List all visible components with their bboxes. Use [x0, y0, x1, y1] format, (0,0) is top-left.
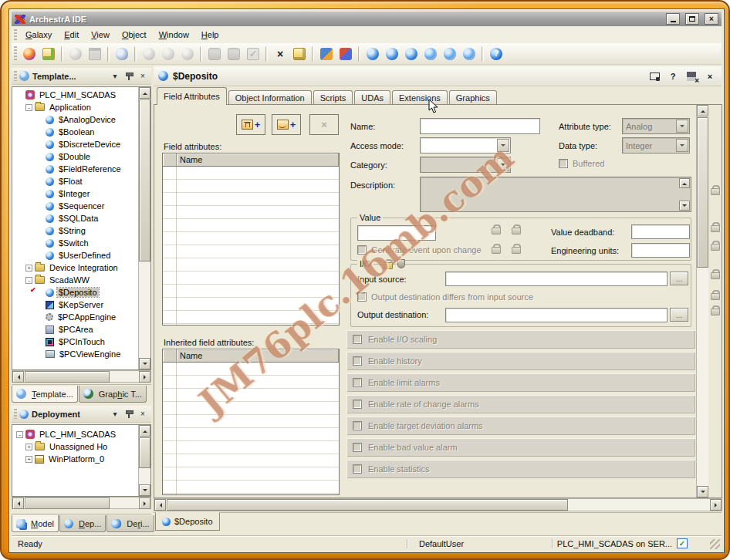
checkout-icon[interactable]	[160, 46, 177, 62]
tree-item[interactable]: ✔ $PCAppEngine	[13, 311, 137, 323]
lock-help-icon[interactable]	[492, 224, 501, 234]
output-destination-browse-button[interactable]: ...	[670, 308, 688, 322]
tree-item[interactable]: ✔ $PCArea	[13, 323, 137, 336]
input-source-browse-button[interactable]: ...	[670, 272, 688, 285]
find-object-icon[interactable]	[291, 46, 308, 62]
toolbar-button[interactable]	[134, 46, 137, 62]
buffered-checkbox[interactable]	[559, 159, 568, 168]
lock-icon[interactable]	[711, 290, 720, 299]
lock-icon[interactable]	[711, 185, 720, 194]
lock-icon[interactable]	[711, 269, 720, 278]
deployment-tree-hscrollbar[interactable]	[12, 497, 151, 509]
save-close-icon[interactable]	[684, 70, 698, 83]
generate-event-checkbox[interactable]	[357, 245, 367, 255]
tree-item[interactable]: ✔ $Double	[13, 150, 137, 163]
maximize-button[interactable]	[685, 13, 699, 25]
tree-item[interactable]: ✔ $Sequencer	[13, 200, 137, 212]
enable-checkbox[interactable]	[353, 400, 362, 409]
tab-model[interactable]: Model	[12, 515, 59, 532]
open-galaxy-icon[interactable]	[40, 46, 57, 62]
delete-icon[interactable]: ×	[272, 46, 289, 62]
template-tree-vscrollbar[interactable]	[138, 87, 150, 369]
access-mode-select[interactable]	[420, 137, 511, 153]
add-analog-attribute-button[interactable]: +	[272, 114, 301, 135]
enable-checkbox[interactable]	[353, 464, 362, 474]
enable-checkbox[interactable]	[353, 335, 362, 344]
tree-item-application[interactable]: - ✔ Application	[13, 101, 137, 113]
tree-item[interactable]: ✔ $UserDefined	[13, 249, 137, 261]
tree-item[interactable]: + ✔ WinPlatform_0	[13, 453, 137, 465]
engineering-units-input[interactable]	[631, 243, 690, 258]
undeploy-icon[interactable]	[225, 46, 242, 62]
tab-extensions[interactable]: Extensions	[392, 90, 448, 105]
panel-pin-icon[interactable]	[123, 71, 134, 82]
connect-icon[interactable]	[67, 46, 84, 62]
tree-item[interactable]: - ✔ ScadaWW	[13, 274, 137, 286]
enable-checkbox[interactable]	[353, 356, 362, 366]
tree-item[interactable]: ✔ $PCInTouch	[13, 336, 137, 348]
operations-view-icon[interactable]	[422, 46, 439, 62]
tree-item[interactable]: ✔ $SQLData	[13, 212, 137, 224]
toolbar-button[interactable]	[61, 46, 63, 62]
toolbar-button[interactable]	[200, 46, 202, 62]
lock-icon[interactable]	[711, 305, 720, 315]
lock-icon[interactable]	[711, 222, 720, 231]
lock-icon[interactable]	[711, 241, 720, 250]
deployment-tree-vscrollbar[interactable]	[138, 425, 150, 496]
output-destination-input[interactable]	[445, 308, 667, 322]
tree-item-deposito[interactable]: ✔ $Deposito	[13, 286, 137, 299]
enable-checkbox[interactable]	[353, 421, 362, 430]
tab-udas[interactable]: UDAs	[354, 90, 390, 105]
tree-item[interactable]: ✔ $Switch	[13, 237, 137, 249]
lock-event-icon[interactable]	[492, 244, 501, 253]
enable-checkbox[interactable]	[353, 378, 362, 387]
tree-item[interactable]: ✔ $KepServer	[13, 299, 137, 311]
minimize-button[interactable]	[666, 13, 680, 25]
tree-expander[interactable]: +	[25, 456, 32, 463]
toolbar-button[interactable]	[312, 46, 314, 62]
toolbar-button[interactable]	[107, 46, 110, 62]
status-connection-icon[interactable]: ✓	[677, 538, 688, 548]
delete-attribute-button[interactable]: ×	[309, 114, 339, 135]
description-textarea[interactable]	[420, 177, 691, 212]
deployment-panel-header[interactable]: Deployment ▾ ×	[12, 406, 151, 423]
tab-scripts[interactable]: Scripts	[313, 90, 353, 105]
input-source-input[interactable]	[445, 272, 667, 286]
editor-help-icon[interactable]: ?	[666, 70, 680, 83]
graphic-view-icon[interactable]	[441, 46, 458, 62]
data-type-select[interactable]: Integer	[622, 137, 690, 153]
tree-item[interactable]: ✔ $DiscreteDevice	[13, 138, 137, 150]
field-attributes-list[interactable]: Name	[162, 153, 340, 326]
tree-expander[interactable]: +	[25, 444, 32, 450]
tree-item[interactable]: ✔ $PCViewEngine	[13, 348, 137, 360]
editor-hscrollbar[interactable]	[154, 498, 722, 511]
toolbar-grip[interactable]	[14, 46, 17, 61]
form-vscrollbar[interactable]	[696, 105, 708, 498]
shield-event-icon[interactable]	[512, 244, 521, 253]
scroll-up-icon[interactable]	[679, 178, 690, 188]
inherited-field-attributes-list[interactable]: Name	[162, 349, 340, 495]
tree-item[interactable]: - ✔ PLC_HMI_SCADAS	[13, 428, 137, 440]
tree-item[interactable]: ✔ $Boolean	[13, 126, 137, 138]
template-tree-hscrollbar[interactable]	[12, 370, 151, 383]
name-column-header[interactable]: Name	[177, 153, 339, 166]
tab-derivation[interactable]: Deri...	[106, 515, 154, 532]
tab-field-attributes[interactable]: Field Attributes	[157, 87, 227, 105]
checkin-icon[interactable]	[140, 46, 157, 62]
menu-edit[interactable]: Edit	[58, 28, 85, 42]
tree-item-galaxy[interactable]: ✔ PLC_HMI_SCADAS	[13, 89, 137, 101]
value-input[interactable]	[357, 225, 436, 241]
validate-icon[interactable]: ✓	[245, 46, 262, 62]
tree-expander[interactable]: +	[25, 265, 32, 272]
model-view-icon[interactable]	[364, 46, 381, 62]
menu-object[interactable]: Object	[116, 28, 153, 42]
panel-dropdown-icon[interactable]: ▾	[110, 409, 120, 420]
scroll-down-icon[interactable]	[679, 201, 690, 211]
save-icon[interactable]	[86, 46, 103, 62]
name-input[interactable]	[420, 118, 540, 134]
template-toolbox-header[interactable]: Template... ▾ ×	[12, 68, 151, 85]
tab-graphics[interactable]: Graphics	[449, 90, 497, 105]
document-tab-deposito[interactable]: $Deposito	[155, 512, 220, 531]
tree-item[interactable]: + ✔ Unassigned Ho	[13, 440, 137, 453]
deploy-icon[interactable]	[206, 46, 223, 62]
